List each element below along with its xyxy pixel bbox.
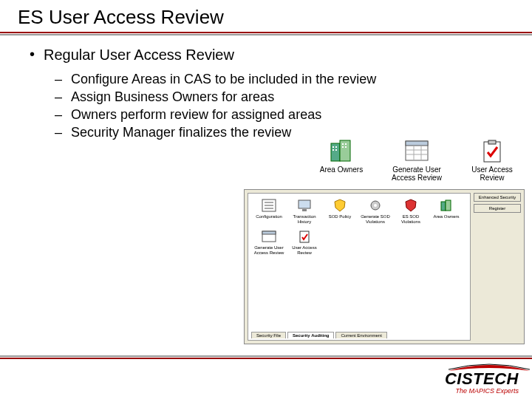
- app-icon-item[interactable]: Configuration: [253, 198, 285, 225]
- gear-icon: [367, 198, 383, 213]
- dash-marker: –: [55, 106, 62, 123]
- bullet-marker: •: [30, 46, 35, 62]
- generate-review-icon-block: Generate User Access Review: [384, 139, 449, 182]
- svg-rect-6: [342, 143, 344, 145]
- app-icon-item[interactable]: Area Owners: [430, 198, 463, 225]
- title-rule-red: [0, 32, 532, 33]
- svg-rect-22: [299, 200, 310, 208]
- app-icon-item[interactable]: Generate SOD Violations: [359, 198, 392, 225]
- app-icon-item[interactable]: ES SOD Violations: [395, 198, 427, 225]
- svg-rect-2: [332, 146, 334, 148]
- app-icon-label: SOD Policy: [329, 214, 352, 219]
- svg-rect-27: [446, 200, 451, 211]
- app-icon-label: ES SOD Violations: [395, 214, 427, 225]
- shield-yellow-icon: [332, 198, 348, 213]
- user-access-review-icon-block: User Access Review: [460, 139, 525, 182]
- dash-marker: –: [55, 71, 62, 87]
- subitem-text: Owners perform review for assigned areas: [71, 106, 321, 123]
- svg-rect-17: [488, 140, 496, 144]
- shield-red-icon: [403, 198, 419, 213]
- svg-rect-23: [302, 209, 307, 211]
- svg-rect-16: [484, 142, 500, 162]
- enhanced-security-button[interactable]: Enhanced Security: [474, 193, 521, 202]
- svg-point-25: [374, 204, 377, 207]
- brand-name: CISTECH: [445, 369, 519, 389]
- dash-marker: –: [55, 89, 62, 105]
- logo-block: CISTECH The MAPICS Experts: [445, 369, 519, 395]
- subitem-text: Configure Areas in CAS to be included in…: [71, 71, 376, 87]
- app-icon-label: User Access Review: [288, 245, 321, 256]
- icon-label: Generate User Access Review: [384, 166, 449, 182]
- building-icon: [328, 139, 355, 164]
- swoosh-icon: [445, 362, 532, 372]
- feature-icon-strip: Area Owners Generate User Access Review …: [309, 139, 525, 182]
- footer-rule-red: [0, 358, 532, 359]
- bullet-text: Regular User Access Review: [44, 46, 234, 64]
- clipboard-check-icon: [479, 139, 505, 164]
- app-icon-label: Transaction History: [288, 214, 321, 225]
- slide-title: ES User Access Review: [18, 6, 532, 29]
- svg-rect-9: [345, 146, 347, 148]
- clipboard-small-icon: [296, 229, 313, 244]
- svg-rect-30: [300, 231, 309, 242]
- svg-rect-0: [331, 143, 340, 161]
- app-icon-item[interactable]: SOD Policy: [324, 198, 356, 225]
- icon-label: User Access Review: [460, 166, 525, 182]
- svg-rect-11: [406, 141, 428, 146]
- tab-current-environment[interactable]: Current Environment: [335, 332, 386, 338]
- footer-rule-grey: [0, 355, 532, 357]
- tab-security-file[interactable]: Security File: [251, 332, 286, 338]
- subitem-text: Assign Business Owners for areas: [71, 89, 274, 105]
- window-small-icon: [261, 229, 277, 244]
- subitem-text: Security Manager finalizes the review: [71, 124, 291, 140]
- tab-bar: Security File Security Auditing Current …: [251, 332, 387, 338]
- icon-label: Area Owners: [320, 166, 363, 174]
- app-icon-item[interactable]: Generate User Access Review: [253, 229, 285, 256]
- dash-marker: –: [55, 124, 62, 140]
- svg-rect-7: [345, 143, 347, 145]
- building-small-icon: [438, 198, 454, 213]
- app-window: Configuration Transaction History SOD Po…: [244, 189, 525, 344]
- app-icon-label: Generate SOD Violations: [359, 214, 392, 225]
- svg-rect-8: [342, 146, 344, 148]
- app-icon-item[interactable]: User Access Review: [288, 229, 321, 256]
- svg-rect-29: [262, 231, 276, 234]
- svg-rect-26: [441, 202, 446, 211]
- svg-rect-5: [335, 149, 337, 151]
- monitor-icon: [296, 198, 313, 213]
- svg-rect-3: [335, 146, 337, 148]
- area-owners-icon-block: Area Owners: [309, 139, 374, 174]
- side-panel: Enhanced Security Register: [471, 190, 524, 344]
- list-icon: [261, 198, 277, 213]
- register-button[interactable]: Register: [474, 204, 521, 213]
- window-icon: [403, 139, 430, 164]
- app-icon-label: Configuration: [256, 214, 282, 219]
- svg-rect-4: [332, 149, 334, 151]
- app-icon-label: Generate User Access Review: [253, 245, 285, 256]
- tab-security-auditing[interactable]: Security Auditing: [287, 332, 334, 338]
- app-icon-label: Area Owners: [433, 214, 459, 219]
- app-main-pane: Configuration Transaction History SOD Po…: [248, 193, 471, 341]
- app-icon-item[interactable]: Transaction History: [288, 198, 321, 225]
